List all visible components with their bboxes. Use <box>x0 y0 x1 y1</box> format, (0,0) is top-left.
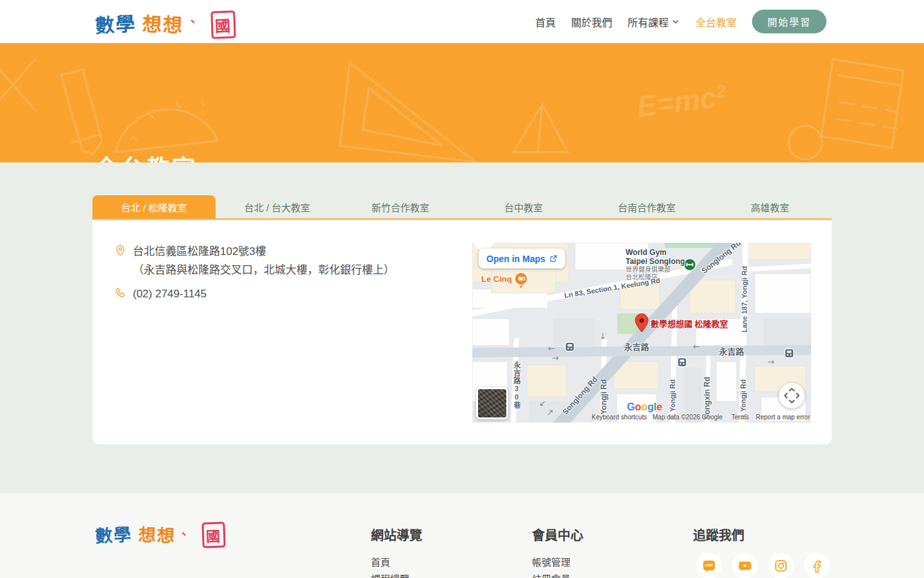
footer-social-links <box>696 553 830 578</box>
google-logo[interactable]: Google <box>627 401 662 413</box>
site-logo[interactable]: 數學 想想 、 國 <box>95 9 235 39</box>
logo-text-kingdom: 國 <box>210 10 235 39</box>
main-content: 台北 / 松隆教室 台北 / 台大教室 新竹合作教室 台中教室 台南合作教室 高… <box>0 162 924 493</box>
footer-logo-text-kingdom: 國 <box>201 521 225 548</box>
footer-line-icon[interactable] <box>696 553 722 578</box>
footer-col-member-title: 會員中心 <box>532 525 583 544</box>
world-gym-line1: World Gym <box>626 248 685 257</box>
address-line1: 台北信義區松隆路102號3樓 <box>133 242 395 261</box>
footer-logo[interactable]: 數學 想想 、 國 <box>95 521 225 548</box>
street-label-yongji-zh-2: 永吉路 <box>719 345 744 357</box>
page-hero-banner: E=mc2 全台教室 <box>0 43 924 162</box>
phone-row: (02) 2749-1145 <box>114 285 207 303</box>
nav-classrooms[interactable]: 全台教室 <box>696 14 737 30</box>
open-in-maps-label: Open in Maps <box>486 254 545 264</box>
tab-taipei-songlong[interactable]: 台北 / 松隆教室 <box>92 195 216 218</box>
footer-logo-text-math: 數學 <box>94 521 133 548</box>
satellite-view-toggle[interactable] <box>476 387 508 419</box>
logo-mark: 、 <box>191 9 203 26</box>
footer-link-home[interactable]: 首頁 <box>371 555 390 568</box>
start-learning-button[interactable]: 開始學習 <box>752 10 826 33</box>
street-label-yongji-left: Yongji Rd <box>599 379 608 414</box>
svg-text:→: → <box>552 353 559 363</box>
terms-link[interactable]: Terms <box>732 414 749 421</box>
top-navigation-bar: 數學 想想 、 國 首頁 關於我們 所有課程 全台教室 開始學習 <box>0 0 924 43</box>
svg-text:←: ← <box>693 342 700 351</box>
nav-courses-label: 所有課程 <box>628 14 669 30</box>
svg-text:←: ← <box>548 344 555 353</box>
classroom-phone[interactable]: (02) 2749-1145 <box>133 285 207 303</box>
gym-poi-icon[interactable] <box>684 259 696 271</box>
footer-link-account[interactable]: 帳號管理 <box>532 555 570 568</box>
main-nav: 首頁 關於我們 所有課程 全台教室 開始學習 <box>535 0 826 43</box>
nav-courses[interactable]: 所有課程 <box>628 14 680 30</box>
footer-link-register[interactable]: 註冊會員 <box>532 572 570 578</box>
svg-text:↓: ↓ <box>599 331 606 341</box>
footer-facebook-icon[interactable] <box>804 553 830 578</box>
classroom-marker-label[interactable]: 數學想想國 松隆教室 <box>651 317 728 329</box>
world-gym-line2: Taipei Songlong <box>626 257 685 266</box>
logo-text-think: 想想 <box>142 8 184 38</box>
street-label-yongji-zh-1: 永吉路 <box>624 340 649 353</box>
tab-taichung[interactable]: 台中教室 <box>462 195 585 218</box>
map-data-attribution: Map data ©2026 Google <box>653 414 723 421</box>
tab-tainan[interactable]: 台南合作教室 <box>585 195 708 218</box>
poi-le-cinq-label[interactable]: Le Cinq <box>481 274 512 284</box>
keyboard-shortcuts-link[interactable]: Keyboard shortcuts <box>592 414 647 421</box>
footer-link-courses[interactable]: 課程總覽 <box>371 572 409 578</box>
report-map-error-link[interactable]: Report a map error <box>756 414 810 421</box>
hero-doodles: E=mc2 <box>0 43 924 162</box>
footer: 數學 想想 、 國 網站導覽 首頁 課程總覽 會員中心 帳號管理 註冊會員 追蹤… <box>0 493 924 578</box>
logo-text-math: 數學 <box>94 8 137 38</box>
footer-youtube-icon[interactable] <box>732 553 758 578</box>
location-pin-icon <box>114 244 126 256</box>
pan-arrows-icon <box>779 383 805 408</box>
footer-logo-text-think: 想想 <box>138 521 176 547</box>
nav-home[interactable]: 首頁 <box>535 14 556 30</box>
tab-taipei-ntu[interactable]: 台北 / 台大教室 <box>216 195 339 218</box>
svg-text:→: → <box>767 357 774 367</box>
classroom-info-card: 台北信義區松隆路102號3樓 （永吉路與松隆路交叉口，北城大樓，彰化銀行樓上） … <box>92 221 832 444</box>
chevron-down-icon <box>671 17 680 26</box>
footer-col-sitemap-title: 網站導覽 <box>371 525 422 544</box>
tab-kaohsiung[interactable]: 高雄教室 <box>708 195 832 218</box>
nav-about[interactable]: 關於我們 <box>571 14 612 30</box>
footer-instagram-icon[interactable] <box>768 553 794 578</box>
tab-hsinchu[interactable]: 新竹合作教室 <box>339 195 462 218</box>
classroom-tabs: 台北 / 松隆教室 台北 / 台大教室 新竹合作教室 台中教室 台南合作教室 高… <box>92 195 832 220</box>
external-link-icon <box>549 254 558 263</box>
address-line2: （永吉路與松隆路交叉口，北城大樓，彰化銀行樓上） <box>133 261 395 279</box>
google-map-embed[interactable]: ← → ← → ↓ ← → <box>472 243 811 423</box>
world-gym-line3: 世界健身俱樂部 <box>626 266 685 274</box>
open-in-maps-button[interactable]: Open in Maps <box>479 249 565 268</box>
address-row: 台北信義區松隆路102號3樓 （永吉路與松隆路交叉口，北城大樓，彰化銀行樓上） <box>114 242 461 279</box>
footer-col-follow-title: 追蹤我們 <box>693 525 744 544</box>
map-pan-control[interactable] <box>779 383 805 408</box>
street-label-lane187: Lane 187, Yongji Rd <box>740 266 748 333</box>
classroom-address: 台北信義區松隆路102號3樓 （永吉路與松隆路交叉口，北城大樓，彰化銀行樓上） <box>133 242 395 279</box>
hero-doodle-formula: E=mc2 <box>635 79 728 123</box>
phone-icon <box>114 286 126 299</box>
footer-logo-mark: 、 <box>182 521 194 538</box>
page-title: 全台教室 <box>95 150 198 162</box>
street-label-lane30: 永吉路30巷 <box>511 362 522 409</box>
